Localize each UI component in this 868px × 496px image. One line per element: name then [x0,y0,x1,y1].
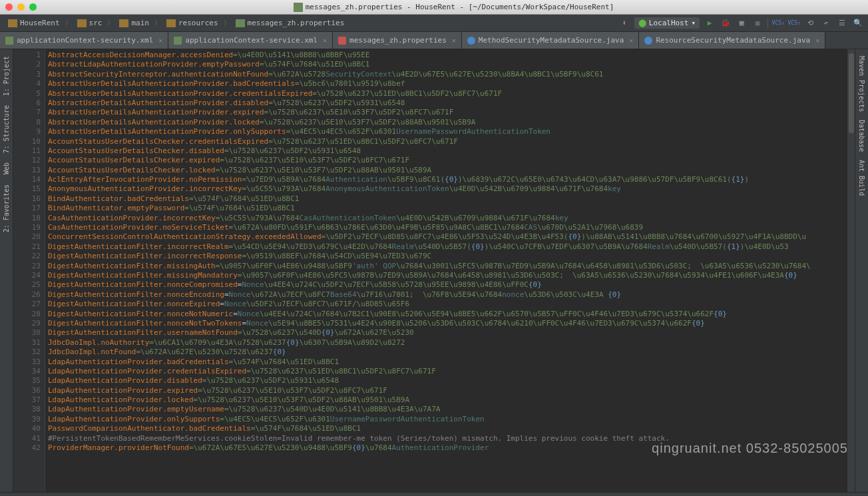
code-line[interactable]: AccountStatusUserDetailsChecker.locked=\… [48,166,844,175]
properties-icon [236,19,245,27]
vcs-commit-icon[interactable]: VCS↑ [788,17,800,29]
code-line[interactable]: DigestAuthenticationFilter.nonceEncoding… [48,290,844,300]
code-line[interactable]: DigestAuthenticationFilter.missingMandat… [48,271,844,280]
code-line[interactable]: AbstractSecurityInterceptor.authenticati… [48,70,844,79]
editor-scrollbar[interactable] [847,49,855,492]
close-tab-icon[interactable]: ✕ [321,37,327,44]
code-editor[interactable]: AbstractAccessDecisionManager.accessDeni… [45,49,847,492]
code-line[interactable]: ConcurrentSessionControlAuthenticationSt… [48,232,844,242]
breadcrumb-label: HouseRent [20,19,60,27]
code-line[interactable]: DigestAuthenticationFilter.usernameNotFo… [48,328,844,338]
tool-window-tab-ant-build[interactable]: Ant Build [857,156,867,200]
breadcrumb-item[interactable]: HouseRent [4,19,64,27]
breadcrumb-label: main [131,19,149,27]
tool-window-tab-maven-projects[interactable]: Maven Projects [857,52,867,116]
editor-tab[interactable]: applicationContext-service.xml✕ [168,32,333,49]
code-line[interactable]: AccountStatusUserDetailsChecker.disabled… [48,146,844,156]
minimize-window-icon[interactable] [17,3,25,11]
code-line[interactable]: DigestAuthenticationFilter.incorrectResp… [48,252,844,261]
tool-window-tab-project[interactable]: 1: Project [1,52,11,100]
close-tab-icon[interactable]: ✕ [627,37,633,44]
code-line[interactable]: AnonymousAuthenticationProvider.incorrec… [48,184,844,194]
code-line[interactable]: AbstractUserDetailsAuthenticationProvide… [48,79,844,89]
tab-label: messages_zh.properties [349,36,447,45]
local-icon: ⬤ [638,19,646,27]
breadcrumb-item[interactable]: main [115,19,153,27]
close-tab-icon[interactable]: ✕ [450,37,456,44]
code-line[interactable]: AbstractAccessDecisionManager.accessDeni… [48,51,844,60]
editor-tabs: applicationContext-security.xml✕applicat… [0,32,868,49]
line-number-gutter: 1234567891011121314151617181920212223242… [13,49,45,492]
code-line[interactable]: AccountStatusUserDetailsChecker.credenti… [48,137,844,146]
code-line[interactable]: LdapAuthenticationProvider.expired=\u752… [48,386,844,395]
code-line[interactable]: DigestAuthenticationFilter.nonceExpired=… [48,300,844,309]
code-line[interactable]: BindAuthenticator.emptyPassword=\u574F\u… [48,204,844,213]
editor-tab[interactable]: ResourceSecurityMetadataSource.java✕ [639,32,825,49]
code-line[interactable]: ProviderManager.providerNotFound=\u672A\… [48,443,844,453]
code-line[interactable]: AccountStatusUserDetailsChecker.expired=… [48,156,844,165]
code-line[interactable]: BindAuthenticator.badCredentials=\u574F\… [48,194,844,204]
run-icon[interactable]: ▶ [704,17,716,29]
debug-icon[interactable]: 🐞 [720,17,732,29]
code-line[interactable]: AclEntryAfterInvocationProvider.noPermis… [48,175,844,184]
code-line[interactable]: DigestAuthenticationFilter.incorrectReal… [48,242,844,252]
search-icon[interactable]: 🔍 [852,17,864,29]
history-icon[interactable]: ⟲ [804,17,816,29]
scrollbar-thumb[interactable] [849,53,854,133]
code-line[interactable]: LdapAuthenticationProvider.onlySupports=… [48,415,844,424]
code-line[interactable]: AbstractUserDetailsAuthenticationProvide… [48,118,844,127]
editor-tab[interactable]: applicationContext-security.xml✕ [0,32,168,49]
file-type-icon [294,3,303,12]
java-file-icon [467,37,475,45]
tool-window-tab-web[interactable]: Web [1,158,11,178]
code-line[interactable]: JdbcDaoImpl.noAuthority=\u6CA1\u6709\u4E… [48,338,844,348]
code-line[interactable]: DigestAuthenticationFilter.nonceNotTwoTo… [48,319,844,328]
breadcrumb-item[interactable]: src [73,19,107,27]
code-line[interactable]: CasAuthenticationProvider.incorrectKey=\… [48,214,844,223]
coverage-icon[interactable]: ▦ [736,17,748,29]
chevron-right-icon: 〉 [106,19,115,28]
breadcrumb-item[interactable]: resources [162,19,222,27]
chevron-right-icon: 〉 [64,19,73,28]
editor-tab[interactable]: messages_zh.properties✕ [333,32,462,49]
code-line[interactable]: #PersistentTokenBasedRememberMeServices.… [48,434,844,443]
code-line[interactable]: AbstractUserDetailsAuthenticationProvide… [48,99,844,108]
code-line[interactable]: LdapAuthenticationProvider.credentialsEx… [48,367,844,376]
code-line[interactable]: DigestAuthenticationFilter.nonceCompromi… [48,280,844,290]
close-tab-icon[interactable]: ✕ [156,37,162,44]
settings-icon[interactable]: ☰ [836,17,848,29]
title-bar: messages_zh.properties - HouseRent - [~/… [0,0,868,15]
code-line[interactable]: DigestAuthenticationFilter.missingAuth=\… [48,262,844,271]
code-line[interactable]: JdbcDaoImpl.notFound=\u672A\u627E\u5230\… [48,348,844,357]
code-line[interactable]: LdapAuthenticationProvider.emptyUsername… [48,405,844,414]
code-line[interactable]: AbstractUserDetailsAuthenticationProvide… [48,127,844,136]
tool-window-tab-database[interactable]: Database [857,116,867,156]
close-tab-icon[interactable]: ✕ [813,37,819,44]
tab-label: applicationContext-security.xml [17,36,153,45]
window-controls [5,3,37,11]
tool-window-tab-structure[interactable]: 7: Structure [1,101,11,157]
tab-label: MethodSecurityMetadataSource.java [479,36,624,45]
tab-label: ResourceSecurityMetadataSource.java [656,36,810,45]
stop-icon[interactable]: ■ [752,17,763,29]
maximize-window-icon[interactable] [29,3,37,11]
code-line[interactable]: LdapAuthenticationProvider.badCredential… [48,358,844,367]
xml-file-icon [174,37,182,45]
close-window-icon[interactable] [5,3,13,11]
code-line[interactable]: PasswordComparisonAuthenticator.badCrede… [48,424,844,433]
run-config-selector[interactable]: ⬤ LocalHost ▾ [634,17,700,29]
code-line[interactable]: AbstractLdapAuthenticationProvider.empty… [48,60,844,69]
code-line[interactable]: CasAuthenticationProvider.noServiceTicke… [48,223,844,232]
chevron-right-icon: 〉 [222,19,232,28]
breadcrumb-item[interactable]: messages_zh.properties [232,19,349,27]
code-line[interactable]: DigestAuthenticationFilter.nonceNotNumer… [48,310,844,319]
code-line[interactable]: AbstractUserDetailsAuthenticationProvide… [48,89,844,99]
editor-tab[interactable]: MethodSecurityMetadataSource.java✕ [462,32,640,49]
vcs-update-icon[interactable]: VCS↓ [772,17,784,29]
code-line[interactable]: LdapAuthenticationProvider.disabled=\u75… [48,376,844,385]
tool-window-tab-favorites[interactable]: 2: Favorites [1,180,11,236]
revert-icon[interactable]: ↶ [820,17,832,29]
build-icon[interactable]: ⬇ [618,17,630,29]
code-line[interactable]: AbstractUserDetailsAuthenticationProvide… [48,108,844,117]
code-line[interactable]: LdapAuthenticationProvider.locked=\u7528… [48,395,844,405]
